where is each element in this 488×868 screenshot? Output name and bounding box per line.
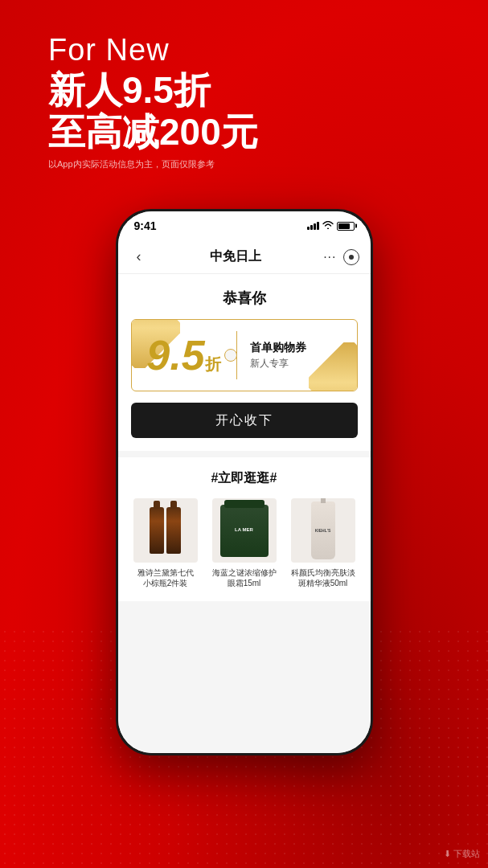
- jar-label: LA MER: [235, 527, 253, 533]
- discount-unit: 折: [205, 354, 221, 375]
- for-new-label: For New: [48, 32, 258, 69]
- jar-icon: LA MER: [220, 505, 269, 557]
- phone-frame: 9:41 ‹ 中免日上: [116, 209, 373, 755]
- discount-number: 9.5: [146, 334, 204, 376]
- status-icons: [307, 220, 355, 231]
- discount-line2: 至高减200元: [48, 111, 258, 154]
- scan-dot: [349, 255, 354, 260]
- more-button[interactable]: ···: [323, 250, 336, 264]
- phone-inner: 9:41 ‹ 中免日上: [118, 211, 371, 753]
- discount-line1: 新人9.5折: [48, 69, 258, 112]
- product-name-2: 海蓝之谜浓缩修护眼霜15ml: [212, 567, 277, 588]
- coupon-card: 9.5 折 首单购物券 新人专享: [131, 319, 358, 391]
- nav-actions: ···: [323, 249, 359, 265]
- nav-title: 中免日上: [210, 248, 261, 265]
- scan-button[interactable]: [343, 249, 359, 265]
- wifi-icon: [322, 220, 334, 231]
- browse-section: #立即逛逛# 雅诗兰黛第七代小棕瓶2件装: [118, 457, 371, 601]
- coupon-ribbon-br: [309, 342, 357, 391]
- battery-icon: [337, 222, 355, 231]
- congrats-section: 恭喜你 9.5 折 首单购物券 新人专享: [118, 274, 371, 451]
- back-button[interactable]: ‹: [129, 248, 149, 265]
- status-time: 9:41: [134, 219, 157, 232]
- bottle-tall-2: [166, 507, 181, 554]
- product-image-2: LA MER: [212, 498, 277, 563]
- signal-icon: [307, 222, 319, 230]
- congrats-title: 恭喜你: [131, 289, 358, 308]
- discount-row: 9.5 折: [146, 334, 220, 376]
- nav-bar: ‹ 中免日上 ···: [118, 240, 371, 274]
- bottle-tall: [150, 507, 164, 554]
- product-name-1: 雅诗兰黛第七代小棕瓶2件装: [137, 567, 194, 588]
- product-name-3: 科颜氏均衡亮肤淡斑精华液50ml: [291, 567, 355, 588]
- status-bar: 9:41: [118, 211, 371, 240]
- dropper-label: KIEHL'S: [314, 528, 333, 534]
- product-image-3: KIEHL'S: [291, 498, 355, 563]
- bottles-icon: [150, 507, 181, 554]
- watermark: ⬇ 下载站: [444, 848, 480, 860]
- collect-button[interactable]: 开心收下: [131, 403, 358, 438]
- coupon-left: 9.5 折: [132, 321, 236, 389]
- product-item-2[interactable]: LA MER 海蓝之谜浓缩修护眼霜15ml: [208, 498, 281, 588]
- header-text-block: For New 新人9.5折 至高减200元 以App内实际活动信息为主，页面仅…: [48, 32, 258, 170]
- subtitle-note: 以App内实际活动信息为主，页面仅限参考: [48, 158, 258, 170]
- product-row: 雅诗兰黛第七代小棕瓶2件装 LA MER 海蓝之谜浓缩修护眼霜15ml: [129, 498, 359, 588]
- product-image-1: [133, 498, 198, 563]
- browse-title: #立即逛逛#: [129, 470, 359, 487]
- product-item-1[interactable]: 雅诗兰黛第七代小棕瓶2件装: [129, 498, 202, 588]
- product-item-3[interactable]: KIEHL'S 科颜氏均衡亮肤淡斑精华液50ml: [287, 498, 359, 588]
- watermark-text: ⬇ 下载站: [444, 849, 480, 858]
- content-area[interactable]: 恭喜你 9.5 折 首单购物券 新人专享: [118, 274, 371, 753]
- dropper-icon: KIEHL'S: [311, 502, 335, 559]
